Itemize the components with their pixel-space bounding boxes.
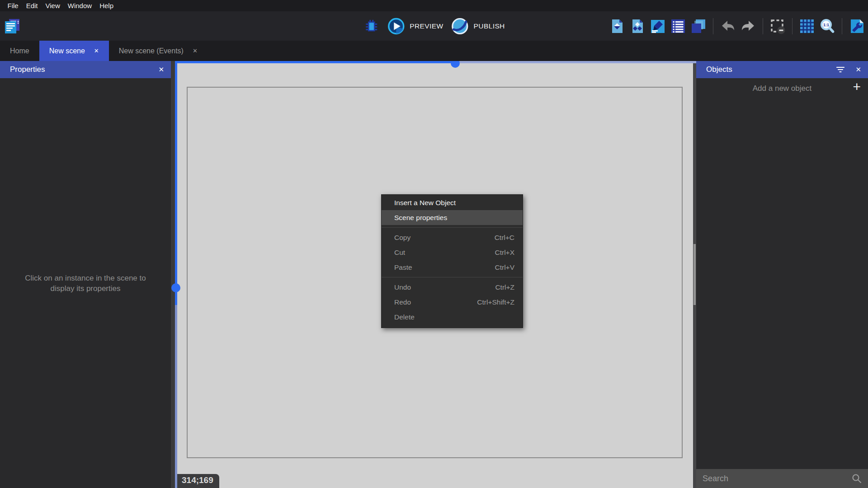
canvas-right-scrollbar[interactable]	[693, 63, 696, 488]
canvas-left-scroll-handle[interactable]	[171, 283, 180, 292]
undo-icon[interactable]	[720, 18, 736, 34]
cursor-coordinates-badge: 314;169	[177, 474, 219, 488]
main-area: Properties ✕ Click on an instance in the…	[0, 61, 868, 488]
properties-panel-title: Properties	[10, 65, 45, 74]
zoom-ratio-label: 1:1	[823, 23, 829, 27]
objects-panel-header: Objects ✕	[696, 61, 868, 78]
search-icon	[852, 474, 862, 483]
menu-edit[interactable]: Edit	[22, 2, 42, 9]
project-manager-icon[interactable]	[4, 18, 21, 35]
redo-icon[interactable]	[740, 18, 756, 34]
tab-new-scene-events[interactable]: New scene (Events) ✕	[109, 41, 208, 61]
open-object-groups-editor-icon[interactable]	[629, 18, 646, 34]
shortcut-label: Ctrl+Shift+Z	[477, 298, 514, 306]
toolbar-separator	[792, 18, 793, 34]
objects-search-bar	[696, 469, 868, 488]
tab-label: Home	[10, 47, 29, 55]
context-menu-item-redo[interactable]: Redo Ctrl+Shift+Z	[382, 295, 523, 310]
tab-home[interactable]: Home	[0, 41, 39, 61]
properties-empty-message: Click on an instance in the scene to dis…	[25, 273, 146, 294]
preview-label: PREVIEW	[410, 22, 443, 30]
shortcut-label: Ctrl+Z	[495, 283, 514, 291]
shortcut-label: Ctrl+X	[495, 249, 515, 257]
toolbar-separator	[713, 18, 713, 34]
tab-new-scene[interactable]: New scene ✕	[39, 41, 109, 61]
objects-search-input[interactable]	[703, 474, 852, 483]
canvas-left-scroll-track[interactable]	[171, 61, 175, 488]
menu-view[interactable]: View	[42, 2, 64, 9]
menu-help[interactable]: Help	[96, 2, 118, 9]
open-properties-panel-icon[interactable]	[650, 18, 666, 34]
filter-icon[interactable]	[836, 66, 844, 73]
edit-scene-properties-icon[interactable]	[849, 18, 865, 34]
tab-close-icon[interactable]: ✕	[94, 47, 99, 54]
canvas-right-scrollbar-thumb[interactable]	[693, 244, 696, 305]
tab-label: New scene (Events)	[119, 47, 184, 55]
toolbar-separator	[763, 18, 763, 34]
shortcut-label: Ctrl+C	[495, 234, 514, 242]
publish-button[interactable]: PUBLISH	[451, 17, 505, 35]
add-new-object-row[interactable]: Add a new object +	[696, 78, 868, 99]
tab-label: New scene	[49, 47, 85, 55]
canvas-top-scroll-indicator[interactable]	[175, 61, 696, 63]
context-menu-separator	[382, 227, 523, 228]
menu-window[interactable]: Window	[64, 2, 95, 9]
preview-button[interactable]: PREVIEW	[387, 17, 443, 35]
context-menu: Insert a New Object Scene properties Cop…	[381, 194, 523, 328]
tab-close-icon[interactable]: ✕	[193, 47, 198, 54]
add-new-object-label: Add a new object	[753, 84, 811, 93]
close-icon[interactable]: ✕	[158, 66, 164, 74]
plus-icon[interactable]: +	[853, 79, 861, 94]
properties-panel-header: Properties ✕	[0, 61, 171, 78]
context-menu-item-copy[interactable]: Copy Ctrl+C	[382, 230, 523, 245]
toggle-grid-icon[interactable]	[799, 18, 815, 34]
properties-panel: Properties ✕ Click on an instance in the…	[0, 61, 171, 488]
publish-label: PUBLISH	[474, 22, 505, 30]
publish-globe-icon	[451, 17, 469, 35]
objects-panel: Objects ✕ Add a new object +	[696, 61, 868, 488]
context-menu-separator	[382, 277, 523, 277]
objects-panel-title: Objects	[706, 65, 732, 74]
debugger-icon[interactable]	[363, 18, 379, 34]
delete-selection-icon[interactable]	[769, 18, 786, 34]
objects-panel-body	[696, 99, 868, 469]
canvas-top-scroll-handle[interactable]	[451, 61, 460, 68]
open-objects-editor-icon[interactable]	[609, 18, 625, 34]
canvas-left-scroll-indicator[interactable]	[175, 61, 177, 488]
menu-bar: File Edit View Window Help	[0, 0, 868, 11]
properties-panel-body: Click on an instance in the scene to dis…	[0, 78, 171, 488]
tab-bar: Home New scene ✕ New scene (Events) ✕	[0, 41, 868, 61]
open-layers-editor-icon[interactable]	[690, 18, 707, 34]
context-menu-item-insert-new-object[interactable]: Insert a New Object	[382, 195, 523, 210]
menu-file[interactable]: File	[4, 2, 22, 9]
toolbar-separator	[842, 18, 842, 34]
context-menu-item-cut[interactable]: Cut Ctrl+X	[382, 245, 523, 260]
context-menu-item-delete[interactable]: Delete	[382, 310, 523, 324]
close-icon[interactable]: ✕	[855, 66, 861, 74]
context-menu-item-undo[interactable]: Undo Ctrl+Z	[382, 280, 523, 295]
context-menu-item-scene-properties[interactable]: Scene properties	[382, 210, 523, 225]
shortcut-label: Ctrl+V	[495, 263, 515, 272]
toolbar: PREVIEW PUBLISH	[0, 11, 868, 41]
scene-canvas[interactable]: 314;169 Insert a New Object Scene proper…	[171, 61, 696, 488]
context-menu-item-paste[interactable]: Paste Ctrl+V	[382, 260, 523, 275]
zoom-1-1-icon[interactable]: 1:1	[819, 18, 835, 34]
open-instances-list-icon[interactable]	[670, 18, 686, 34]
play-preview-icon	[387, 17, 405, 35]
